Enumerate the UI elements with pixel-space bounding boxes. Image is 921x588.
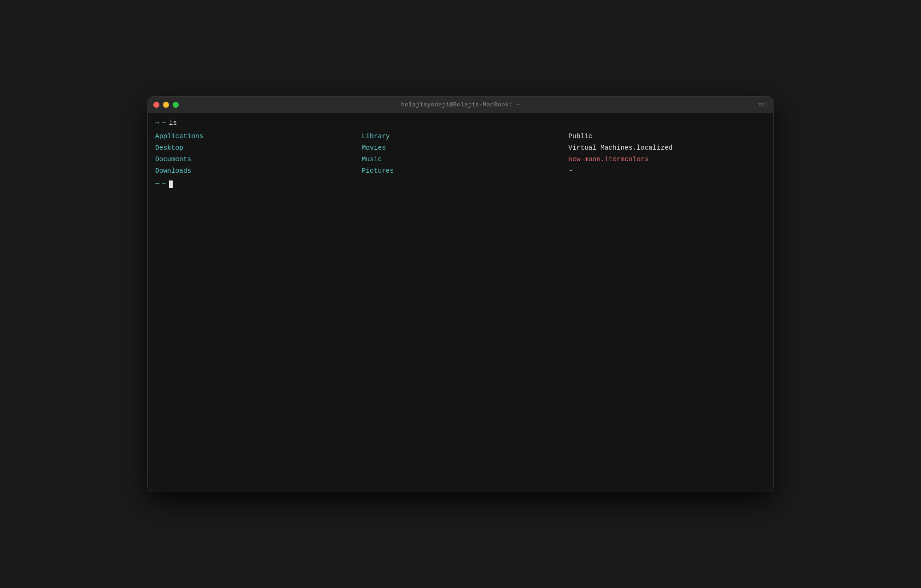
command-text: ls <box>169 118 177 128</box>
cursor-prompt-tilde: ~ <box>162 179 166 190</box>
terminal-body[interactable]: → ~ ls Applications Desktop Documents Do… <box>148 113 773 492</box>
close-button[interactable] <box>153 102 159 108</box>
cursor-prompt-arrow: → <box>155 179 159 190</box>
list-item: Public <box>568 131 766 142</box>
minimize-button[interactable] <box>163 102 169 108</box>
list-item: Music <box>362 154 560 165</box>
col1: Applications Desktop Documents Downloads <box>155 131 353 177</box>
title-bar: bolajiayodeji@Bolajis-MacBook: ~ ⌥⌘1 <box>148 97 773 113</box>
list-item: Movies <box>362 142 560 154</box>
col3: Public Virtual Machines.localized new-mo… <box>568 131 766 177</box>
list-item: Downloads <box>155 165 353 177</box>
col2: Library Movies Music Pictures <box>362 131 560 177</box>
list-item: ~ <box>568 165 766 177</box>
list-item: Documents <box>155 154 353 165</box>
terminal-window: bolajiayodeji@Bolajis-MacBook: ~ ⌥⌘1 → ~… <box>147 96 774 492</box>
cursor-block <box>169 180 173 188</box>
maximize-button[interactable] <box>173 102 179 108</box>
window-title: bolajiayodeji@Bolajis-MacBook: ~ <box>401 101 520 108</box>
list-item: Applications <box>155 131 353 142</box>
current-prompt-line: → ~ <box>155 179 766 190</box>
prompt-arrow: → <box>155 118 159 129</box>
list-item: Library <box>362 131 560 142</box>
list-item: Virtual Machines.localized <box>568 142 766 154</box>
command-line: → ~ ls <box>155 118 766 129</box>
traffic-lights <box>153 102 179 108</box>
list-item: Pictures <box>362 165 560 177</box>
list-item: Desktop <box>155 142 353 154</box>
list-item: new-moon.itermcolors <box>568 154 766 165</box>
ls-output: Applications Desktop Documents Downloads… <box>155 131 766 177</box>
prompt-tilde: ~ <box>162 118 166 128</box>
keyboard-shortcut: ⌥⌘1 <box>758 101 768 108</box>
